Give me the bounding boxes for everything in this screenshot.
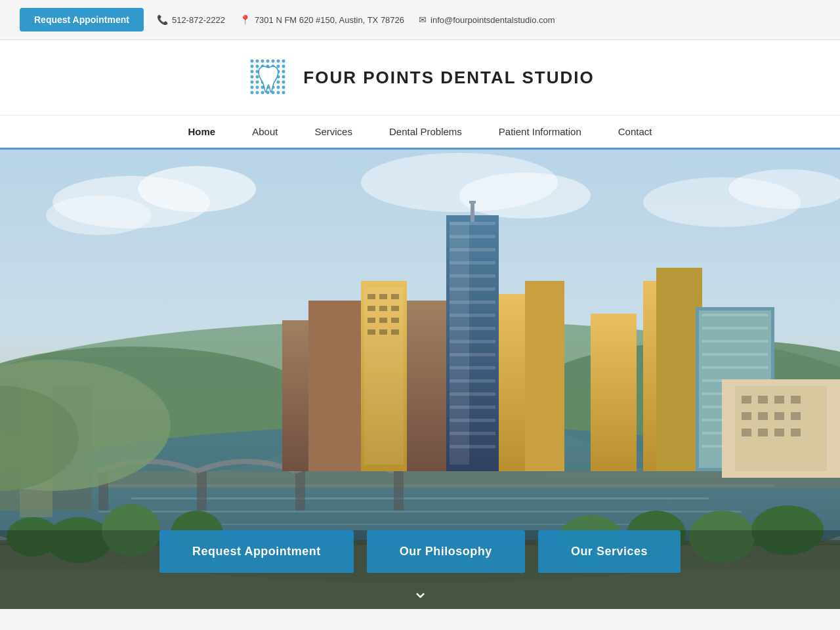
svg-rect-111: [525, 281, 564, 471]
svg-point-28: [251, 81, 254, 84]
logo-icon: [245, 54, 291, 100]
location-icon: 📍: [240, 14, 251, 25]
svg-rect-92: [450, 432, 495, 435]
nav-home[interactable]: Home: [170, 116, 234, 148]
svg-rect-94: [471, 202, 474, 222]
svg-rect-139: [774, 412, 784, 420]
svg-point-22: [256, 75, 259, 79]
email-text: info@fourpointsdentalstudio.com: [430, 15, 555, 25]
svg-point-41: [282, 86, 285, 89]
svg-point-8: [256, 65, 259, 68]
phone-number: 512-872-2222: [172, 15, 225, 25]
svg-point-48: [282, 91, 285, 94]
nav-patient-information[interactable]: Patient Information: [480, 116, 600, 148]
svg-point-0: [251, 60, 254, 63]
svg-rect-136: [791, 396, 801, 404]
svg-rect-101: [368, 306, 375, 311]
svg-rect-93: [450, 445, 495, 448]
svg-rect-144: [791, 429, 801, 436]
svg-rect-142: [758, 429, 768, 436]
svg-rect-69: [295, 471, 305, 511]
svg-rect-143: [774, 429, 784, 436]
svg-rect-81: [450, 287, 495, 291]
request-appointment-hero-button[interactable]: Request Appointment: [159, 530, 354, 573]
svg-rect-89: [450, 392, 495, 396]
svg-rect-82: [450, 301, 495, 304]
svg-rect-102: [379, 306, 387, 311]
svg-point-6: [282, 60, 285, 63]
our-philosophy-button[interactable]: Our Philosophy: [367, 530, 525, 573]
svg-point-3: [266, 60, 270, 63]
svg-point-21: [251, 75, 254, 79]
svg-rect-77: [450, 235, 495, 238]
svg-point-51: [138, 166, 256, 212]
svg-rect-85: [450, 340, 495, 343]
scroll-down-chevron[interactable]: ⌄: [412, 579, 429, 602]
svg-rect-76: [450, 222, 495, 225]
svg-point-4: [272, 60, 275, 63]
svg-point-27: [282, 75, 285, 79]
svg-point-13: [282, 65, 285, 68]
svg-point-52: [46, 196, 151, 235]
svg-rect-108: [379, 329, 387, 335]
svg-rect-112: [591, 314, 637, 471]
nav-about[interactable]: About: [234, 116, 296, 148]
address-info: 📍 7301 N FM 620 #150, Austin, TX 78726: [240, 14, 404, 25]
svg-rect-109: [391, 329, 399, 335]
nav-contact[interactable]: Contact: [600, 116, 671, 148]
svg-rect-104: [368, 318, 375, 323]
svg-rect-88: [450, 379, 495, 383]
svg-rect-84: [450, 327, 495, 330]
site-title: FOUR POINTS DENTAL STUDIO: [303, 68, 594, 88]
svg-point-1: [256, 60, 259, 63]
nav-services[interactable]: Services: [296, 116, 371, 148]
svg-rect-83: [450, 314, 495, 317]
svg-point-54: [459, 173, 591, 219]
hero-buttons: Request Appointment Our Philosophy Our S…: [159, 530, 681, 573]
svg-rect-141: [742, 429, 751, 436]
svg-rect-121: [702, 327, 768, 329]
request-appointment-top-button[interactable]: Request Appointment: [20, 8, 144, 32]
svg-rect-86: [450, 353, 495, 356]
svg-point-14: [251, 70, 254, 74]
svg-point-35: [251, 86, 254, 89]
svg-point-42: [251, 91, 254, 94]
svg-point-36: [256, 86, 259, 89]
email-info: ✉ info@fourpointsdentalstudio.com: [419, 14, 555, 25]
svg-rect-90: [450, 406, 495, 409]
svg-rect-103: [391, 306, 399, 311]
contact-info: 📞 512-872-2222 📍 7301 N FM 620 #150, Aus…: [157, 14, 555, 25]
svg-rect-79: [450, 261, 495, 264]
svg-rect-115: [407, 301, 446, 471]
svg-rect-99: [379, 294, 387, 299]
svg-rect-95: [469, 201, 476, 203]
svg-rect-124: [702, 366, 768, 369]
svg-rect-97: [364, 287, 404, 465]
our-services-button[interactable]: Our Services: [538, 530, 681, 573]
svg-rect-114: [308, 301, 361, 471]
svg-rect-98: [368, 294, 375, 299]
svg-rect-135: [774, 396, 784, 404]
svg-rect-106: [391, 318, 399, 323]
svg-point-44: [261, 91, 264, 94]
svg-rect-70: [394, 471, 404, 511]
svg-rect-138: [758, 412, 768, 420]
email-icon: ✉: [419, 14, 427, 25]
svg-rect-87: [450, 366, 495, 369]
svg-rect-80: [450, 274, 495, 278]
svg-rect-133: [742, 396, 751, 404]
svg-point-29: [256, 81, 259, 84]
top-bar: Request Appointment 📞 512-872-2222 📍 730…: [0, 0, 840, 40]
svg-point-33: [277, 81, 280, 84]
address-text: 7301 N FM 620 #150, Austin, TX 78726: [255, 15, 404, 25]
svg-point-7: [251, 65, 254, 68]
nav-dental-problems[interactable]: Dental Problems: [371, 116, 480, 148]
svg-rect-68: [197, 471, 207, 511]
svg-point-12: [277, 65, 280, 68]
svg-point-20: [282, 70, 285, 74]
svg-rect-63: [131, 497, 709, 499]
svg-rect-123: [702, 353, 768, 356]
phone-info: 📞 512-872-2222: [157, 14, 225, 25]
svg-point-2: [261, 60, 264, 63]
svg-rect-140: [791, 412, 801, 420]
